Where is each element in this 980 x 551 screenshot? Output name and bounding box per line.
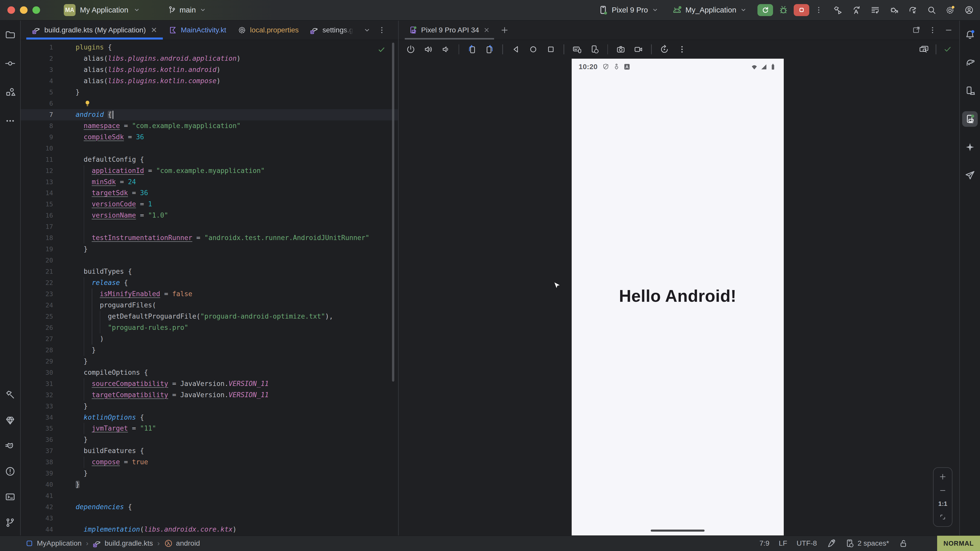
highlighting-level-icon[interactable] (826, 539, 836, 548)
tool-strip-item-more-h[interactable] (2, 113, 18, 129)
line-ending-widget[interactable]: LF (779, 539, 788, 548)
back-tri-icon[interactable] (511, 44, 520, 54)
code-line-10[interactable]: 10 (21, 143, 398, 154)
add-device-tab-button[interactable] (500, 26, 509, 35)
breadcrumb-item-build.gradle.kts[interactable]: build.gradle.kts (93, 539, 153, 548)
code-line-24[interactable]: 24 proguardFiles( (21, 300, 398, 311)
project-widget[interactable]: MA My Application (64, 4, 141, 16)
code-line-23[interactable]: 23 isMinifyEnabled = false (21, 289, 398, 300)
breadcrumb-item-android[interactable]: android (164, 539, 200, 548)
editor-scrollbar[interactable] (392, 43, 395, 382)
inspections-ok-icon[interactable] (377, 46, 386, 54)
open-new-icon[interactable] (912, 26, 921, 35)
code-line-35[interactable]: 35 jvmTarget = "11" (21, 423, 398, 434)
code-line-44[interactable]: 44 implementation(libs.androidx.core.ktx… (21, 524, 398, 535)
code-line-27[interactable]: 27 ) (21, 333, 398, 345)
code-line-11[interactable]: 11 defaultConfig { (21, 154, 398, 165)
code-line-29[interactable]: 29 } (21, 356, 398, 367)
code-line-14[interactable]: 14 targetSdk = 36 (21, 187, 398, 199)
indent-widget[interactable]: 2 spaces* (845, 539, 889, 548)
code-line-34[interactable]: 34 kotlinOptions { (21, 412, 398, 423)
code-line-39[interactable]: 39 } (21, 468, 398, 479)
code-line-42[interactable]: 42dependencies { (21, 502, 398, 513)
apply-restart-icon[interactable] (852, 5, 861, 15)
tool-strip-item-folder[interactable] (2, 27, 18, 42)
tool-strip-item-bell[interactable] (962, 27, 978, 42)
code-line-16[interactable]: 16 versionName = "1.0" (21, 210, 398, 221)
minimize-window-button[interactable] (20, 6, 27, 14)
code-line-7[interactable]: 7android { (21, 109, 398, 121)
code-line-30[interactable]: 30 compileOptions { (21, 367, 398, 378)
run-configuration-selector[interactable]: My_Application (672, 5, 748, 16)
more-v-icon[interactable] (677, 44, 687, 54)
tool-strip-item-gem[interactable] (2, 412, 18, 428)
tool-strip-item-terminal[interactable] (2, 489, 18, 505)
code-line-18[interactable]: 18 testInstrumentationRunner = "androidx… (21, 232, 398, 244)
more-v-icon[interactable] (377, 26, 386, 35)
phone-gear-icon[interactable] (590, 44, 599, 54)
rot-left-icon[interactable] (467, 44, 477, 54)
code-line-13[interactable]: 13 minSdk = 24 (21, 176, 398, 188)
camera-icon[interactable] (616, 44, 625, 54)
vcs-branch-widget[interactable]: main (167, 5, 207, 15)
code-line-12[interactable]: 12 applicationId = "com.example.myapplic… (21, 165, 398, 176)
code-line-41[interactable]: 41 (21, 490, 398, 502)
code-line-1[interactable]: 1plugins { (21, 42, 398, 53)
tool-strip-item-shapes[interactable] (2, 84, 18, 100)
ideavim-icon[interactable] (917, 539, 927, 548)
chevron-down-icon[interactable] (363, 26, 371, 35)
code-line-2[interactable]: 2 alias(libs.plugins.android.application… (21, 53, 398, 64)
lock-open-icon[interactable] (899, 539, 908, 548)
code-line-25[interactable]: 25 getDefaultProguardFile("proguard-andr… (21, 311, 398, 322)
device-screen[interactable]: 10:20 Hello Android! (572, 59, 783, 535)
video-icon[interactable] (634, 44, 643, 54)
tool-strip-item-running-devices[interactable] (962, 111, 978, 127)
code-line-6[interactable]: 6 (21, 98, 398, 109)
power-icon[interactable] (406, 44, 415, 54)
tool-strip-item-device-manager[interactable] (962, 83, 978, 99)
breadcrumb-item-MyApplication[interactable]: MyApplication (25, 539, 82, 548)
gear-dot-icon[interactable] (945, 5, 955, 15)
code-line-37[interactable]: 37 buildFeatures { (21, 445, 398, 457)
code-line-32[interactable]: 32 targetCompatibility = JavaVersion.VER… (21, 389, 398, 401)
close-window-button[interactable] (7, 6, 15, 14)
tool-strip-item-plane[interactable] (962, 167, 978, 183)
code-line-36[interactable]: 36 } (21, 434, 398, 445)
rot-right-icon[interactable] (485, 44, 494, 54)
tool-strip-item-problems[interactable] (2, 464, 18, 479)
device-tab[interactable]: Pixel 9 Pro API 34 (404, 21, 495, 40)
code-line-8[interactable]: 8 namespace = "com.example.myapplication… (21, 121, 398, 132)
gesture-navigation-bar[interactable] (651, 530, 705, 532)
search-icon[interactable] (927, 5, 936, 15)
debug-button[interactable] (778, 5, 789, 16)
hammer-run-icon[interactable] (833, 5, 843, 15)
tool-strip-item-logcat[interactable] (2, 438, 18, 454)
quick-fix-bulb-icon[interactable] (84, 100, 91, 107)
code-editor[interactable]: 1plugins {2 alias(libs.plugins.android.a… (21, 40, 398, 535)
code-line-31[interactable]: 31 sourceCompatibility = JavaVersion.VER… (21, 378, 398, 389)
tool-strip-item-gradle[interactable] (962, 55, 978, 70)
zoom-out-button[interactable] (939, 486, 947, 495)
check-icon[interactable] (943, 45, 952, 54)
code-line-5[interactable]: 5} (21, 87, 398, 98)
device-selector[interactable]: Pixel 9 Pro (598, 5, 659, 16)
zoom-actual-size-button[interactable]: 1:1 (939, 500, 947, 507)
code-line-28[interactable]: 28 } (21, 345, 398, 356)
zoom-fit-button[interactable] (939, 513, 947, 521)
recents-sq-icon[interactable] (546, 44, 555, 54)
code-line-40[interactable]: 40} (21, 479, 398, 490)
vim-mode-badge[interactable]: NORMAL (937, 536, 980, 551)
code-line-33[interactable]: 33 } (21, 401, 398, 412)
code-line-21[interactable]: 21 buildTypes { (21, 266, 398, 277)
reset-icon[interactable] (660, 44, 669, 54)
keyboard-icon[interactable] (573, 44, 582, 54)
code-line-3[interactable]: 3 alias(libs.plugins.kotlin.android) (21, 64, 398, 76)
code-line-22[interactable]: 22 release { (21, 277, 398, 289)
vol-down-icon[interactable] (441, 44, 450, 54)
code-line-17[interactable]: 17 (21, 221, 398, 232)
code-line-26[interactable]: 26 "proguard-rules.pro" (21, 322, 398, 333)
account-icon[interactable] (964, 5, 974, 15)
code-line-4[interactable]: 4 alias(libs.plugins.kotlin.compose) (21, 76, 398, 87)
vol-up-icon[interactable] (424, 44, 433, 54)
code-line-19[interactable]: 19 } (21, 244, 398, 255)
